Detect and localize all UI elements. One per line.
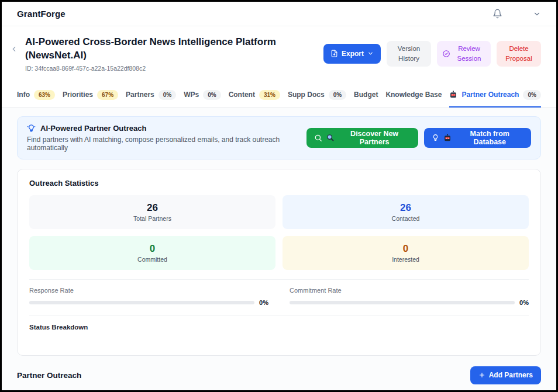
- add-partners-label: Add Partners: [489, 371, 533, 379]
- export-label: Export: [342, 50, 364, 58]
- tab-info-badge: 63%: [34, 90, 55, 100]
- main-content: AI-Powered Partner Outreach Find partner…: [2, 108, 556, 392]
- stat-total-label: Total Partners: [133, 215, 171, 222]
- banner-subtitle: Find partners with AI matching, compose …: [27, 136, 306, 152]
- back-chevron-icon[interactable]: [10, 44, 25, 54]
- lightbulb-icon: [27, 124, 36, 133]
- stat-interested: 0 Interested: [283, 236, 529, 270]
- version-history-button[interactable]: Version History: [387, 41, 431, 67]
- response-rate-value: 0%: [259, 299, 268, 306]
- user-menu-chevron-icon[interactable]: [533, 10, 541, 18]
- tab-priorities[interactable]: Priorities67%: [63, 84, 118, 107]
- proposal-header: AI-Powered Cross-Border News Intelligenc…: [2, 26, 556, 79]
- chevron-down-icon: [367, 50, 374, 57]
- topbar: GrantForge: [2, 2, 556, 26]
- statistics-title: Outreach Statistics: [29, 179, 529, 188]
- export-file-icon: [330, 50, 338, 57]
- notification-bell-icon[interactable]: [492, 9, 502, 19]
- page-title: AI-Powered Cross-Border News Intelligenc…: [25, 36, 306, 63]
- match-label: Match from Database: [456, 130, 523, 146]
- tab-partner-outreach-badge: 0%: [523, 90, 540, 100]
- tab-priorities-badge: 67%: [97, 90, 118, 100]
- tab-info[interactable]: Info63%: [17, 84, 55, 107]
- tab-supp-docs[interactable]: Supp Docs0%: [288, 84, 346, 107]
- stat-contacted-label: Contacted: [392, 215, 420, 222]
- tab-budget[interactable]: Budget: [354, 84, 378, 107]
- stat-total-partners: 26 Total Partners: [29, 195, 275, 229]
- app-window: GrantForge AI-Powered Cross-Border News …: [0, 0, 558, 392]
- outreach-statistics-card: Outreach Statistics 26 Total Partners 26…: [17, 169, 541, 356]
- stat-interested-value: 0: [403, 243, 408, 255]
- discover-label: Discover New Partners: [338, 130, 411, 146]
- add-partners-button[interactable]: Add Partners: [470, 366, 541, 384]
- tab-wps[interactable]: WPs0%: [184, 84, 221, 107]
- tab-content[interactable]: Content31%: [229, 84, 280, 107]
- commitment-rate-block: Commitment Rate 0%: [290, 287, 529, 306]
- tab-supp-docs-badge: 0%: [329, 90, 346, 100]
- bulb-spark-icon: [432, 134, 439, 141]
- delete-proposal-button[interactable]: Delete Proposal: [497, 41, 541, 67]
- response-rate-block: Response Rate 0%: [29, 287, 268, 306]
- review-session-label: Review Session: [454, 44, 484, 63]
- plus-icon: [478, 372, 485, 379]
- response-rate-progressbar: [29, 301, 254, 304]
- discover-new-partners-button[interactable]: Discover New Partners: [306, 128, 419, 148]
- tab-partners[interactable]: Partners0%: [126, 84, 176, 107]
- brand-logo: GrantForge: [17, 9, 66, 19]
- magnifier-emoji-icon: [326, 134, 334, 141]
- status-breakdown-title: Status Breakdown: [29, 315, 529, 331]
- stat-contacted: 26 Contacted: [283, 195, 529, 229]
- tab-content-badge: 31%: [259, 90, 280, 100]
- robot-icon: [449, 91, 457, 99]
- tab-partner-outreach[interactable]: Partner Outreach 0%: [449, 84, 541, 107]
- partner-outreach-title: Partner Outreach: [17, 371, 81, 380]
- tab-bar: Info63% Priorities67% Partners0% WPs0% C…: [2, 84, 556, 108]
- tab-wps-badge: 0%: [203, 90, 221, 100]
- search-icon: [314, 134, 322, 142]
- stat-committed-label: Committed: [137, 256, 167, 263]
- match-from-database-button[interactable]: Match from Database: [424, 128, 531, 148]
- review-session-button[interactable]: Review Session: [437, 41, 491, 67]
- response-rate-label: Response Rate: [29, 287, 268, 294]
- stat-committed-value: 0: [150, 243, 155, 255]
- commitment-rate-progressbar: [290, 301, 515, 304]
- proposal-id: ID: 34fccaa8-869f-457c-a22a-15a22df808c2: [25, 65, 306, 72]
- ai-outreach-banner: AI-Powered Partner Outreach Find partner…: [17, 116, 541, 159]
- robot-icon: [443, 134, 452, 142]
- tab-knowledge-base[interactable]: Knowledge Base: [385, 84, 442, 107]
- tab-partners-badge: 0%: [159, 90, 176, 100]
- export-button[interactable]: Export: [323, 44, 381, 64]
- stat-contacted-value: 26: [400, 202, 411, 214]
- stat-total-value: 26: [147, 202, 158, 214]
- banner-title: AI-Powered Partner Outreach: [40, 124, 146, 133]
- commitment-rate-label: Commitment Rate: [290, 287, 529, 294]
- stat-interested-label: Interested: [392, 256, 419, 263]
- check-circle-icon: [442, 50, 450, 58]
- stat-committed: 0 Committed: [29, 236, 275, 270]
- commitment-rate-value: 0%: [519, 299, 529, 306]
